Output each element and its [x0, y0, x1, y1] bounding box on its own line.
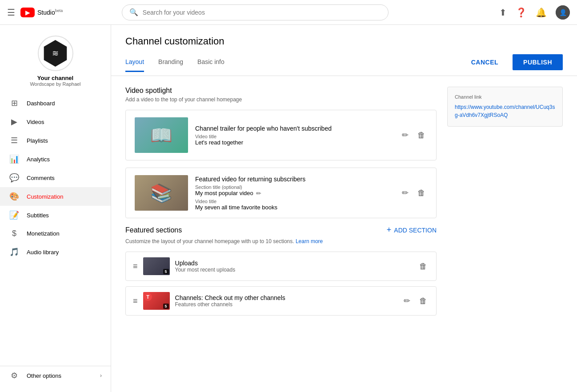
- channels-card-actions: ✏ 🗑: [402, 294, 429, 308]
- channels-drag-handle[interactable]: ≡: [133, 296, 138, 306]
- channels-edit-button[interactable]: ✏: [402, 294, 412, 308]
- tab-basic-info[interactable]: Basic info: [197, 58, 224, 72]
- sidebar-label-dashboard: Dashboard: [27, 100, 55, 107]
- menu-icon[interactable]: ☰: [7, 7, 15, 18]
- chevron-right-icon: ›: [100, 372, 102, 379]
- main-body: Video spotlight Add a video to the top o…: [111, 76, 577, 332]
- featured-thumbnail: 📚: [135, 175, 188, 211]
- help-icon[interactable]: ❓: [516, 7, 527, 18]
- trailer-meta-label: Video title: [195, 134, 393, 139]
- playlists-icon: ☰: [9, 136, 20, 145]
- tab-branding[interactable]: Branding: [158, 58, 183, 72]
- channel-name: Your channel: [37, 75, 73, 81]
- uploads-name: Uploads: [175, 260, 412, 267]
- content-area: Video spotlight Add a video to the top o…: [125, 87, 437, 321]
- subtitles-icon: 📝: [9, 210, 20, 220]
- analytics-icon: 📊: [9, 154, 20, 164]
- avatar[interactable]: 👤: [556, 5, 570, 20]
- sidebar-label-subtitles: Subtitles: [27, 212, 49, 219]
- tab-layout[interactable]: Layout: [125, 58, 144, 72]
- uploads-drag-handle[interactable]: ≡: [133, 262, 138, 271]
- cancel-button[interactable]: CANCEL: [464, 55, 505, 69]
- video-spotlight-desc: Add a video to the top of your channel h…: [125, 96, 437, 103]
- sidebar-label-playlists: Playlists: [27, 137, 48, 144]
- featured-card: 📚 Featured video for returning subscribe…: [125, 168, 437, 218]
- featured-video-label: Video title: [195, 199, 393, 204]
- sidebar-label-monetization: Monetization: [27, 230, 60, 237]
- bell-icon[interactable]: 🔔: [536, 7, 547, 18]
- channels-badge: 5: [163, 304, 169, 309]
- add-section-button[interactable]: + ADD SECTION: [387, 225, 437, 235]
- avatar-icon: 👤: [556, 5, 570, 20]
- customization-icon: 🎨: [9, 192, 20, 201]
- tab-actions: CANCEL PUBLISH: [464, 54, 563, 76]
- search-icon: 🔍: [129, 8, 138, 16]
- main-content: Channel customization Layout Branding Ba…: [111, 25, 577, 392]
- page-title: Channel customization: [125, 36, 563, 47]
- settings-icon: ⚙: [9, 371, 20, 380]
- featured-edit-button[interactable]: ✏: [400, 186, 410, 200]
- header: ☰ ▶ Studiobeta 🔍 ⬆ ❓ 🔔 👤: [0, 0, 577, 25]
- featured-sections-title: Featured sections: [125, 226, 182, 234]
- sidebar: ≋ Your channel Wordscape by Raphael ⊞ Da…: [0, 25, 111, 392]
- featured-card-header: Featured video for returning subscribers: [195, 176, 393, 183]
- featured-sections-section: Featured sections + ADD SECTION Customiz…: [125, 225, 437, 316]
- channel-avatar-container: ≋: [38, 36, 73, 71]
- uploads-thumbnail: 5: [143, 257, 170, 275]
- search-input[interactable]: [143, 9, 381, 16]
- trailer-edit-button[interactable]: ✏: [400, 128, 410, 142]
- uploads-info: Uploads Your most recent uploads: [175, 260, 412, 273]
- dashboard-icon: ⊞: [9, 98, 20, 108]
- sidebar-item-dashboard[interactable]: ⊞ Dashboard: [0, 94, 111, 112]
- channels-t-icon: T: [144, 293, 152, 301]
- uploads-delete-button[interactable]: 🗑: [417, 260, 429, 273]
- sidebar-item-audio-library[interactable]: 🎵 Audio library: [0, 243, 111, 261]
- plus-icon: +: [387, 225, 392, 235]
- channel-link-url[interactable]: https://www.youtube.com/channel/UCuq3sg-…: [455, 103, 555, 119]
- sidebar-item-subtitles[interactable]: 📝 Subtitles: [0, 206, 111, 224]
- videos-icon: ▶: [9, 117, 20, 127]
- tabs: Layout Branding Basic info CANCEL PUBLIS…: [125, 54, 563, 76]
- video-spotlight-title: Video spotlight: [125, 87, 437, 95]
- svg-text:👤: 👤: [559, 9, 567, 16]
- channel-info: ≋ Your channel Wordscape by Raphael: [0, 32, 111, 94]
- comments-icon: 💬: [9, 173, 20, 183]
- header-left: ☰ ▶ Studiobeta: [7, 7, 63, 18]
- sidebar-item-customization[interactable]: 🎨 Customization: [0, 187, 111, 206]
- trailer-card: 📖 Channel trailer for people who haven't…: [125, 110, 437, 160]
- sidebar-item-monetization[interactable]: $ Monetization: [0, 224, 111, 243]
- uploads-card-actions: 🗑: [417, 260, 429, 273]
- trailer-delete-button[interactable]: 🗑: [416, 129, 427, 142]
- sidebar-item-videos[interactable]: ▶ Videos: [0, 112, 111, 131]
- channels-thumbnail: T 5: [143, 292, 170, 310]
- logo: ▶ Studiobeta: [20, 8, 63, 17]
- sidebar-label-analytics: Analytics: [27, 156, 50, 163]
- uploads-section-card: ≡ 5 Uploads Your most recent uploads 🗑: [125, 252, 437, 281]
- upload-icon[interactable]: ⬆: [499, 7, 507, 18]
- featured-card-actions: ✏ 🗑: [400, 186, 427, 200]
- main-header: Channel customization Layout Branding Ba…: [111, 25, 577, 76]
- uploads-badge: 5: [163, 269, 169, 274]
- publish-button[interactable]: PUBLISH: [513, 54, 563, 70]
- channels-name: Channels: Check out my other channels: [175, 294, 397, 301]
- sidebar-item-other-options[interactable]: ⚙ Other options ›: [0, 366, 111, 385]
- channel-link-label: Channel link: [455, 94, 555, 100]
- add-section-label: ADD SECTION: [394, 227, 437, 234]
- sidebar-item-playlists[interactable]: ☰ Playlists: [0, 131, 111, 150]
- sidebar-label-audio-library: Audio library: [27, 249, 59, 256]
- sidebar-label-customization: Customization: [27, 193, 63, 200]
- learn-more-link[interactable]: Learn more: [296, 238, 323, 244]
- channels-info: Channels: Check out my other channels Fe…: [175, 294, 397, 308]
- featured-delete-button[interactable]: 🗑: [416, 187, 427, 200]
- sidebar-item-analytics[interactable]: 📊 Analytics: [0, 150, 111, 168]
- trailer-meta-value: Let's read together: [195, 139, 393, 146]
- channels-delete-button[interactable]: 🗑: [417, 295, 429, 308]
- sidebar-label-comments: Comments: [27, 175, 55, 181]
- section-title-edit-icon[interactable]: ✏: [256, 190, 261, 197]
- featured-card-info: Featured video for returning subscribers…: [195, 176, 393, 211]
- logo-text: Studiobeta: [37, 8, 63, 16]
- sidebar-item-comments[interactable]: 💬 Comments: [0, 168, 111, 187]
- channel-hex-icon: ≋: [42, 40, 69, 67]
- trailer-thumbnail: 📖: [135, 117, 188, 153]
- channels-section-card: ≡ T 5 Channels: Check out my other chann…: [125, 286, 437, 316]
